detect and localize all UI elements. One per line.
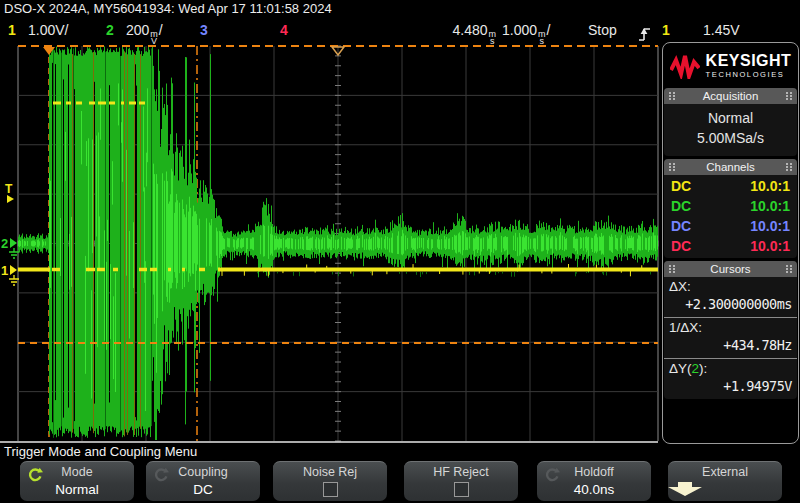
- ch2-indicator[interactable]: 2: [106, 18, 114, 43]
- acquisition-title: Acquisition: [703, 88, 759, 104]
- hf-reject-label: HF Reject: [404, 464, 518, 481]
- cursors-title: Cursors: [710, 261, 750, 277]
- ch4-probe: 10.0:1: [750, 236, 790, 256]
- dy-label: ΔY(2):: [669, 361, 792, 377]
- ch1-indicator[interactable]: 1: [8, 18, 16, 43]
- menu-title: Trigger Mode and Coupling Menu: [4, 444, 197, 459]
- acquisition-mode: Normal: [664, 108, 797, 128]
- timebase-readout[interactable]: 1.000ms/: [502, 18, 550, 43]
- dy-value: +1.94975V: [669, 377, 792, 395]
- grip-icon: [786, 91, 792, 102]
- ch1-probe: 10.0:1: [750, 176, 790, 196]
- ch4-indicator[interactable]: 4: [280, 18, 288, 43]
- softkey-mode[interactable]: Mode Normal: [20, 461, 134, 501]
- rising-edge-trigger-icon: [639, 22, 651, 47]
- external-label: External: [668, 464, 782, 481]
- marker-label: T: [5, 182, 13, 196]
- grip-icon: [669, 264, 675, 275]
- holdoff-value: 40.0ns: [537, 481, 651, 498]
- dx-label: ΔX:: [669, 279, 792, 295]
- inv-dx-value: +434.78Hz: [669, 336, 792, 354]
- ch1-coupling: DC: [671, 176, 691, 196]
- channel-row-3: DC 10.0:1: [664, 216, 797, 236]
- grip-icon: [786, 264, 792, 275]
- ch3-probe: 10.0:1: [750, 216, 790, 236]
- cursor-dx: ΔX: +2.300000000ms: [664, 277, 797, 318]
- softkey-noise-rej[interactable]: Noise Rej: [273, 461, 387, 501]
- cursors-header[interactable]: Cursors: [664, 261, 797, 277]
- dx-value: +2.300000000ms: [669, 295, 792, 313]
- title-bar: DSO-X 2024A, MY56041934: Wed Apr 17 11:0…: [0, 0, 800, 18]
- ch1-position-marker[interactable]: [10, 265, 17, 275]
- ch2-coupling: DC: [671, 196, 691, 216]
- cursors-section: Cursors ΔX: +2.300000000ms 1/ΔX: +434.78…: [664, 261, 797, 399]
- cursor-inv-dx: 1/ΔX: +434.78Hz: [664, 318, 797, 359]
- softkey-external[interactable]: External: [668, 461, 782, 501]
- softkey-hf-reject[interactable]: HF Reject: [404, 461, 518, 501]
- channels-header[interactable]: Channels: [664, 159, 797, 175]
- channels-title: Channels: [706, 159, 755, 175]
- grip-icon: [669, 91, 675, 102]
- softkey-holdoff[interactable]: Holdoff 40.0ns: [537, 461, 651, 501]
- noise-rej-label: Noise Rej: [273, 464, 387, 481]
- brand-name: KEYSIGHT: [706, 53, 792, 69]
- sidebar: KEYSIGHT TECHNOLOGIES Acquisition Normal…: [662, 42, 799, 444]
- channels-section: Channels DC 10.0:1 DC 10.0:1 DC 10.0:1 D…: [664, 159, 797, 258]
- knob-arrow-icon: [544, 467, 560, 483]
- ch2-probe: 10.0:1: [750, 196, 790, 216]
- softkey-coupling[interactable]: Coupling DC: [146, 461, 260, 501]
- waveform-display: T21: [0, 0, 660, 503]
- delay-readout[interactable]: 4.480ms: [400, 18, 497, 43]
- mode-value: Normal: [20, 481, 134, 498]
- brand-sub: TECHNOLOGIES: [706, 71, 792, 79]
- inv-dx-label: 1/ΔX:: [669, 320, 792, 336]
- ch2-position-marker[interactable]: [10, 238, 17, 248]
- knob-arrow-icon: [27, 467, 43, 483]
- cursor-dy: ΔY(2): +1.94975V: [664, 359, 797, 399]
- ch1-scale[interactable]: 1.00V/: [28, 18, 68, 43]
- keysight-logo: KEYSIGHT TECHNOLOGIES: [663, 43, 798, 87]
- knob-arrow-icon: [153, 467, 169, 483]
- trigger-level[interactable]: 1.45V: [703, 18, 740, 43]
- acquisition-header[interactable]: Acquisition: [664, 88, 797, 104]
- marker-label: 1: [1, 263, 8, 278]
- status-bar: 1 1.00V/ 2 200mV/ 3 4 4.480ms 1.000ms/ S…: [0, 18, 660, 43]
- trigger-level-marker[interactable]: [7, 195, 14, 203]
- oscilloscope-screen: T21 DSO-X 2024A, MY56041934: Wed Apr 17 …: [0, 0, 800, 503]
- channel-row-1: DC 10.0:1: [664, 176, 797, 196]
- sample-rate: 5.00MSa/s: [664, 128, 797, 148]
- hf-reject-checkbox[interactable]: [454, 482, 469, 497]
- acquisition-section: Acquisition Normal 5.00MSa/s: [664, 88, 797, 156]
- channel-row-2: DC 10.0:1: [664, 196, 797, 216]
- ch3-coupling: DC: [671, 216, 691, 236]
- down-arrow-icon: [668, 482, 702, 497]
- ch2-scale[interactable]: 200mV/: [126, 18, 163, 43]
- keysight-spark-icon: [670, 53, 700, 79]
- channel-row-4: DC 10.0:1: [664, 236, 797, 256]
- grip-icon: [669, 162, 675, 173]
- run-state[interactable]: Stop: [588, 18, 617, 43]
- trigger-source[interactable]: 1: [662, 18, 670, 43]
- ch3-indicator[interactable]: 3: [200, 18, 208, 43]
- grip-icon: [786, 162, 792, 173]
- coupling-value: DC: [146, 481, 260, 498]
- marker-label: 2: [1, 236, 8, 251]
- ch4-coupling: DC: [671, 236, 691, 256]
- noise-rej-checkbox[interactable]: [323, 482, 338, 497]
